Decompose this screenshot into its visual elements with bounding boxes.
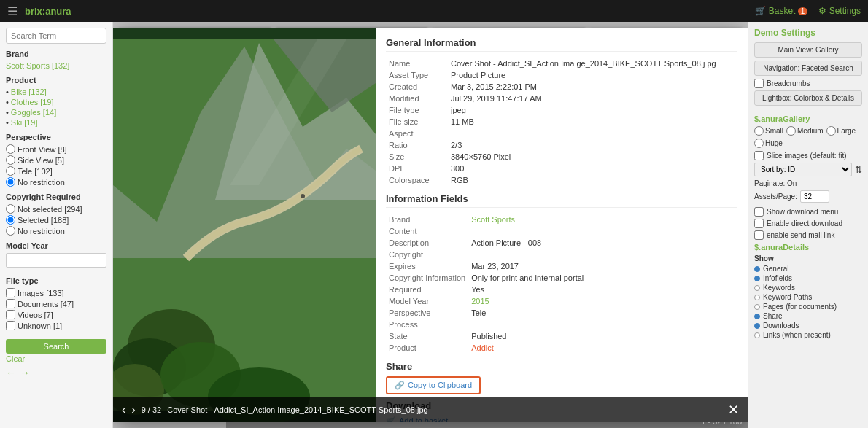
app-logo: brix:anura [25, 6, 71, 17]
model-year-input[interactable] [6, 253, 106, 268]
expires-label: Expires [386, 260, 468, 272]
filetype-images[interactable]: Images [133] [6, 288, 106, 297]
infofield-copyright-info: Copyright Information Only for print and… [386, 272, 737, 284]
basket-link[interactable]: 🛒 Basket 1 [755, 6, 807, 16]
perspective-tele[interactable]: Tele [102] [6, 166, 106, 176]
info-row-size: Size 3840×5760 Pixel [386, 151, 737, 163]
info-row-file-size: File size 11 MB [386, 116, 737, 128]
copyright-info-value: Only for print and internal portal [468, 272, 737, 284]
infofield-expires: Expires Mar 23, 2017 [386, 260, 737, 272]
perspective-title: Perspective [6, 133, 106, 141]
general-dot [754, 266, 760, 272]
svg-point-13 [301, 194, 305, 198]
enable-mail-check[interactable] [754, 230, 764, 240]
details-share[interactable]: Share [754, 312, 862, 320]
perspective-front[interactable]: Front View [8] [6, 144, 106, 154]
content-area: Cover Shot - 238199.tif Cover Shot - 2..… [113, 22, 748, 428]
copyright-selected[interactable]: Selected [188] [6, 215, 106, 225]
assets-row: Assets/Page: [754, 190, 862, 203]
model-year-title: Model Year [6, 241, 106, 250]
clear-link[interactable]: Clear [6, 354, 25, 363]
size-medium[interactable]: Medium [786, 126, 824, 136]
assets-input[interactable] [800, 190, 829, 203]
filter-model-year: Model Year [6, 241, 106, 271]
search-input[interactable] [6, 28, 106, 44]
infofield-copyright: Copyright [386, 249, 737, 260]
settings-link[interactable]: ⚙ Settings [818, 6, 861, 16]
created-value: Mar 3, 2015 2:22:01 PM [448, 81, 737, 93]
size-small[interactable]: Small [754, 126, 783, 136]
modal-next-button[interactable]: › [131, 403, 135, 416]
filter-file-type: File type Images [133] Documents [47] Vi… [6, 276, 106, 330]
details-keywords[interactable]: Keywords [754, 284, 862, 292]
show-download-checkbox[interactable]: Show download menu [754, 207, 862, 217]
size-label: Size [386, 151, 448, 163]
infofield-process: Process [386, 319, 737, 330]
lightbox-button[interactable]: Lightbox: Colorbox & Details [754, 90, 862, 106]
info-row-dpi: DPI 300 [386, 163, 737, 174]
copyright-none[interactable]: No restriction [6, 226, 106, 236]
details-general[interactable]: General [754, 265, 862, 273]
asset-type-value: Product Picture [448, 69, 737, 81]
brand-scott[interactable]: Scott Sports [132] [6, 61, 106, 70]
info-row-ratio: Ratio 2/3 [386, 139, 737, 151]
modal-overlay: General Information Name Cover Shot - Ad… [113, 22, 748, 428]
content-label: Content [386, 225, 468, 237]
breadcrumbs-checkbox[interactable]: Breadcrumbs [754, 79, 862, 88]
details-keyword-paths[interactable]: Keyword Paths [754, 293, 862, 301]
enable-direct-checkbox[interactable]: Enable direct download [754, 219, 862, 228]
enable-direct-check[interactable] [754, 219, 764, 228]
details-links[interactable]: Links (when present) [754, 331, 862, 339]
ratio-value: 2/3 [448, 139, 737, 151]
sort-icon[interactable]: ⇅ [855, 165, 862, 175]
sort-select[interactable]: Sort by: ID [754, 163, 852, 176]
share-dot [754, 314, 760, 319]
process-label: Process [386, 319, 468, 330]
share-title: Share [386, 361, 737, 372]
slice-checkbox[interactable]: Slice images (default: fit) [754, 151, 862, 160]
topbar-left: ☰ brix:anura [7, 4, 71, 18]
assets-label: Assets/Page: [754, 192, 797, 201]
breadcrumbs-check[interactable] [754, 79, 764, 88]
product-goggles[interactable]: • Goggles [14] [6, 108, 106, 117]
brand-title: Brand [6, 50, 106, 58]
filter-product: Product • Bike [132] • Clothes [19] • Go… [6, 76, 106, 127]
search-button[interactable]: Search [6, 339, 106, 354]
product-ski[interactable]: • Ski [19] [6, 118, 106, 127]
perspective-value: Tele [468, 307, 737, 319]
menu-icon[interactable]: ☰ [7, 4, 18, 18]
infofield-perspective: Perspective Tele [386, 307, 737, 319]
slice-label: Slice images (default: fit) [767, 152, 847, 160]
navigation-button[interactable]: Navigation: Faceted Search [754, 61, 862, 76]
perspective-none[interactable]: No restriction [6, 177, 106, 187]
details-infofields[interactable]: Infofields [754, 274, 862, 282]
size-huge[interactable]: Huge [754, 139, 783, 148]
nav-next-arrow[interactable]: → [20, 367, 30, 378]
infofield-required: Required Yes [386, 284, 737, 295]
modal-close-button[interactable]: ✕ [728, 402, 739, 418]
details-pages[interactable]: Pages (for documents) [754, 303, 862, 311]
copy-clipboard-button[interactable]: 🔗 Copy to Clipboard [386, 376, 481, 394]
filetype-unknown[interactable]: Unknown [1] [6, 321, 106, 330]
main-view-button[interactable]: Main View: Gallery [754, 42, 862, 58]
perspective-side[interactable]: Side View [5] [6, 155, 106, 165]
enable-mail-checkbox[interactable]: enable send mail link [754, 230, 862, 240]
nav-prev-arrow[interactable]: ← [6, 367, 16, 378]
size-large[interactable]: Large [826, 126, 856, 136]
name-value: Cover Shot - Addict_SI_Action Ima ge_201… [448, 58, 737, 69]
slice-check[interactable] [754, 151, 764, 160]
size-options: Small Medium Large Huge [754, 126, 862, 148]
modal-counter: 9 / 32 [142, 405, 162, 414]
sort-row: Sort by: ID ⇅ [754, 163, 862, 176]
product-bike[interactable]: • Bike [132] [6, 87, 106, 96]
details-downloads[interactable]: Downloads [754, 322, 862, 330]
modal-prev-button[interactable]: ‹ [122, 403, 125, 416]
details-section: $.anuraDetails Show General Infofields K… [754, 243, 862, 339]
product-clothes[interactable]: • Clothes [19] [6, 98, 106, 106]
filetype-videos[interactable]: Videos [7] [6, 310, 106, 319]
copyright-notselected[interactable]: Not selected [294] [6, 204, 106, 214]
created-label: Created [386, 81, 448, 93]
file-type-label: File type [386, 104, 448, 116]
filetype-documents[interactable]: Documents [47] [6, 299, 106, 308]
show-download-check[interactable] [754, 207, 764, 217]
